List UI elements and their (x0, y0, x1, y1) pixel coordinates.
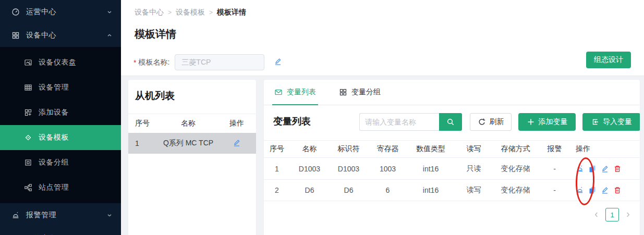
device-dashboard-icon (24, 58, 32, 67)
variable-list-title: 变量列表 (273, 115, 311, 128)
variable-table-row[interactable]: 2 D6 D6 6 int16 读写 变化存储 - (264, 179, 640, 201)
breadcrumb-current: 模板详情 (217, 8, 246, 17)
config-design-label: 组态设计 (594, 55, 623, 65)
cell-name: D1003 (290, 165, 329, 173)
sidebar-item-add-device[interactable]: 添加设备 (0, 100, 121, 125)
cell-operations (572, 186, 633, 194)
sidebar-item-label: 设备分组 (39, 158, 113, 167)
pencil-icon[interactable] (233, 139, 241, 147)
column-header: 读写 (454, 144, 493, 154)
column-header: 名称 (290, 144, 329, 154)
cell-register: 1003 (368, 165, 407, 173)
refresh-button[interactable]: 刷新 (470, 113, 512, 131)
search-button[interactable] (439, 113, 462, 131)
breadcrumb-item[interactable]: 设备模板 (176, 8, 205, 17)
sidebar-item-device-management[interactable]: 设备管理 (0, 75, 121, 100)
copy-icon[interactable] (588, 165, 597, 173)
variable-table-row[interactable]: 1 D1003 D1003 1003 int16 只读 变化存储 - (264, 157, 640, 179)
table-icon (24, 83, 32, 92)
cell-storage: 变化存储 (493, 185, 538, 195)
chevron-down-icon (106, 212, 113, 218)
column-header: 报警 (538, 144, 572, 154)
alarm-bell-icon (11, 211, 20, 219)
tab-label: 变量分组 (351, 88, 381, 97)
tab-variable-group[interactable]: 变量分组 (339, 80, 381, 105)
import-variable-button[interactable]: 导入变量 (582, 113, 640, 131)
variable-table-header: 序号 名称 标识符 寄存器 数值类型 读写 存储方式 报警 操作 (264, 140, 640, 157)
pagination: 1 (593, 208, 631, 221)
breadcrumb-item[interactable]: 设备中心 (135, 8, 164, 17)
cell-data-type: int16 (407, 165, 454, 173)
pencil-icon[interactable] (601, 165, 609, 173)
sidebar-item-label: 运营中心 (26, 7, 106, 17)
sidebar-item-label: 设备仪表盘 (39, 58, 113, 67)
sidebar-item-label: 设备中心 (26, 31, 106, 40)
page-title: 模板详情 (135, 27, 176, 41)
add-variable-button[interactable]: 添加变量 (518, 113, 576, 131)
cell-data-type: int16 (407, 186, 454, 194)
variable-table: 序号 名称 标识符 寄存器 数值类型 读写 存储方式 报警 操作 1 D1003… (264, 140, 640, 201)
refresh-label: 刷新 (490, 117, 504, 127)
sidebar-item-device-template[interactable]: 设备模板 (0, 125, 121, 150)
site-network-icon (24, 183, 32, 192)
sidebar-submenu-device-center: 设备仪表盘 设备管理 添加设备 设备模板 设备分组 站点管理 (0, 47, 121, 203)
breadcrumb: 设备中心 > 设备模板 > 模板详情 (135, 8, 246, 17)
import-icon (591, 118, 599, 126)
sidebar-item-alarm-management[interactable]: 报警管理 (0, 203, 121, 227)
sidebar-item-work-center[interactable]: 工作中心 (0, 227, 121, 235)
sidebar-item-device-group[interactable]: 设备分组 (0, 150, 121, 175)
sidebar-item-device-dashboard[interactable]: 设备仪表盘 (0, 50, 121, 75)
column-header-index: 序号 (128, 119, 157, 128)
envelope-icon (274, 88, 283, 96)
slave-list-panel: 从机列表 序号 名称 操作 1 Q系列 MC TCP (128, 79, 257, 235)
page-number[interactable]: 1 (605, 208, 619, 221)
alarm-bell-icon[interactable] (576, 165, 584, 173)
sidebar-item-label: 设备模板 (39, 133, 113, 142)
slave-table-row[interactable]: 1 Q系列 MC TCP (128, 133, 256, 154)
template-name-label: 模板名称: (138, 58, 169, 67)
cell-identifier: D1003 (329, 165, 368, 173)
cell-identifier: D6 (329, 186, 368, 194)
cell-read-write: 读写 (454, 185, 493, 195)
sidebar-item-operations-center[interactable]: 运营中心 (0, 0, 121, 23)
search-input[interactable] (359, 113, 439, 131)
pencil-icon[interactable] (274, 57, 282, 67)
column-header: 存储方式 (493, 144, 538, 154)
template-icon (24, 133, 32, 142)
sidebar-item-label: 报警管理 (26, 211, 106, 220)
column-header: 序号 (264, 144, 290, 154)
template-name-input[interactable] (175, 54, 264, 70)
alarm-bell-icon[interactable] (576, 186, 584, 194)
cell-storage: 变化存储 (493, 164, 538, 174)
trash-icon[interactable] (613, 165, 622, 173)
chevron-left-icon[interactable] (593, 211, 600, 218)
dashboard-icon (11, 8, 20, 16)
refresh-icon (478, 118, 486, 126)
copy-icon[interactable] (588, 186, 597, 194)
column-header: 标识符 (329, 144, 368, 154)
grid-icon (339, 88, 347, 96)
config-design-button[interactable]: 组态设计 (586, 52, 631, 68)
cell-name: D6 (290, 186, 329, 194)
cell-read-write: 只读 (454, 164, 493, 174)
sidebar-item-label: 设备管理 (39, 83, 113, 92)
sidebar-item-site-management[interactable]: 站点管理 (0, 175, 121, 200)
breadcrumb-separator: > (168, 9, 172, 16)
pencil-icon[interactable] (601, 186, 609, 194)
tab-label: 变量列表 (287, 88, 316, 97)
cell-index: 2 (264, 186, 290, 194)
chevron-right-icon[interactable] (624, 211, 631, 218)
trash-icon[interactable] (613, 186, 622, 194)
column-header-name: 名称 (157, 119, 220, 128)
sidebar-item-label: 添加设备 (39, 108, 113, 117)
grid-icon (11, 31, 20, 40)
slave-row-name: Q系列 MC TCP (157, 139, 220, 148)
tab-variable-list[interactable]: 变量列表 (274, 80, 316, 105)
import-variable-label: 导入变量 (603, 117, 632, 127)
template-name-form: * 模板名称: (133, 54, 282, 70)
search-icon (446, 118, 455, 126)
grid-plus-icon (24, 108, 32, 117)
sidebar-item-device-center[interactable]: 设备中心 (0, 23, 121, 47)
column-header-ops: 操作 (572, 144, 633, 154)
variable-panel: 变量列表 变量分组 变量列表 刷新 添加变量 导入变量 序号 (263, 79, 640, 235)
